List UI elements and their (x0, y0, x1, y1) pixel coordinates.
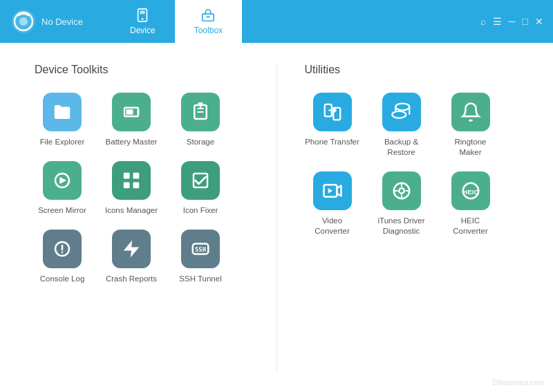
ssh-tunnel-icon: SSH (181, 230, 220, 268)
tool-heic-converter[interactable]: HEIC HEIC Converter (443, 171, 498, 236)
maximize-icon[interactable]: □ (523, 17, 528, 26)
battery-master-label: Battery Master (106, 137, 158, 147)
svg-rect-15 (124, 173, 130, 179)
backup-restore-icon (382, 93, 421, 131)
title-bar: No Device Device Toolbox ⌕ ☰ ─ □ ✕ (0, 0, 553, 43)
nav-tabs: Device Toolbox (111, 0, 471, 43)
tool-battery-master[interactable]: Battery Master (104, 93, 159, 147)
main-content: Device Toolkits File Explorer Battery Ma… (0, 43, 553, 392)
svg-text:SSH: SSH (195, 246, 206, 253)
tool-storage[interactable]: Storage (173, 93, 228, 147)
icon-fixer-label: Icon Fixer (183, 205, 218, 216)
icons-manager-label: Icons Manager (105, 205, 158, 216)
screen-mirror-icon (43, 161, 82, 200)
icon-fixer-icon (181, 161, 220, 200)
video-converter-label: Video Converter (305, 216, 360, 236)
heic-converter-icon: HEIC (451, 171, 490, 210)
watermark: 2filescroco.com (492, 378, 545, 386)
app-logo (11, 9, 36, 34)
device-toolkits-section: Device Toolkits File Explorer Battery Ma… (35, 64, 249, 371)
device-toolkits-grid: File Explorer Battery Master Storage (35, 93, 249, 284)
app-branding: No Device (0, 0, 111, 43)
svg-marker-31 (328, 188, 332, 194)
svg-point-33 (399, 188, 404, 194)
tool-icons-manager[interactable]: Icons Manager (104, 161, 159, 216)
svg-rect-7 (207, 16, 211, 18)
ringtone-maker-label: Ringtone Maker (443, 137, 498, 158)
close-icon[interactable]: ✕ (535, 17, 543, 26)
itunes-driver-icon (382, 171, 421, 210)
svg-point-5 (142, 18, 144, 20)
svg-rect-18 (133, 182, 140, 188)
phone-transfer-label: Phone Transfer (305, 137, 359, 147)
storage-label: Storage (187, 137, 214, 147)
minimize-icon[interactable]: ─ (509, 17, 516, 26)
tool-ringtone-maker[interactable]: Ringtone Maker (443, 93, 498, 158)
svg-marker-30 (337, 185, 341, 196)
device-toolkits-title: Device Toolkits (35, 64, 249, 76)
ringtone-maker-icon (451, 93, 490, 131)
svg-rect-9 (126, 109, 133, 115)
itunes-driver-label: iTunes Driver Diagnostic (374, 216, 429, 236)
storage-icon (181, 93, 220, 131)
tool-backup-restore[interactable]: Backup & Restore (374, 93, 429, 158)
device-status: No Device (41, 17, 83, 27)
section-divider (276, 64, 277, 371)
console-log-label: Console Log (40, 274, 85, 284)
backup-restore-label: Backup & Restore (374, 137, 429, 158)
ssh-tunnel-label: SSH Tunnel (179, 274, 221, 284)
tool-icon-fixer[interactable]: Icon Fixer (173, 161, 228, 216)
tool-ssh-tunnel[interactable]: SSH SSH Tunnel (173, 230, 228, 284)
search-icon[interactable]: ⌕ (480, 17, 486, 26)
tab-device[interactable]: Device (111, 0, 175, 43)
console-log-icon (43, 230, 82, 268)
video-converter-icon (313, 171, 352, 210)
svg-marker-14 (59, 177, 66, 184)
tool-video-converter[interactable]: Video Converter (305, 171, 360, 236)
file-explorer-icon (43, 93, 82, 131)
screen-mirror-label: Screen Mirror (38, 205, 86, 216)
svg-rect-16 (133, 173, 140, 179)
tool-itunes-driver[interactable]: iTunes Driver Diagnostic (374, 171, 429, 236)
file-explorer-label: File Explorer (40, 137, 85, 147)
icons-manager-icon (112, 161, 151, 200)
tab-toolbox-label: Toolbox (194, 26, 223, 35)
menu-icon[interactable]: ☰ (493, 17, 502, 26)
utilities-title: Utilities (305, 64, 519, 76)
tool-console-log[interactable]: Console Log (35, 230, 90, 284)
tool-phone-transfer[interactable]: Phone Transfer (305, 93, 360, 158)
tool-screen-mirror[interactable]: Screen Mirror (35, 161, 90, 216)
utilities-grid: Phone Transfer Backup & Restore Ringtone… (305, 93, 519, 236)
crash-reports-label: Crash Reports (106, 274, 157, 284)
svg-point-2 (19, 17, 28, 26)
battery-master-icon (112, 93, 151, 131)
phone-transfer-icon (313, 93, 352, 131)
heic-converter-label: HEIC Converter (443, 216, 498, 236)
utilities-section: Utilities Phone Transfer Backup & Restor… (305, 64, 519, 371)
window-controls: ⌕ ☰ ─ □ ✕ (471, 0, 553, 43)
svg-text:HEIC: HEIC (462, 189, 478, 196)
tab-device-label: Device (130, 26, 156, 35)
tool-crash-reports[interactable]: Crash Reports (104, 230, 159, 284)
svg-rect-17 (124, 182, 130, 188)
tab-toolbox[interactable]: Toolbox (175, 0, 242, 43)
svg-rect-4 (140, 11, 145, 15)
svg-point-22 (62, 252, 64, 254)
tool-file-explorer[interactable]: File Explorer (35, 93, 90, 147)
crash-reports-icon (112, 230, 151, 268)
